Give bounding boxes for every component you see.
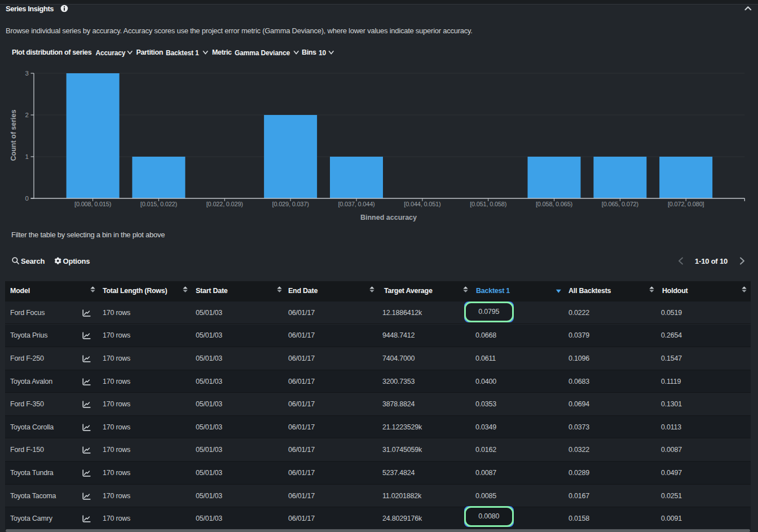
svg-text:Binned accuracy: Binned accuracy [360, 214, 417, 221]
svg-text:Count of series: Count of series [10, 109, 17, 161]
svg-text:[0.072, 0.080]: [0.072, 0.080] [668, 201, 704, 207]
svg-text:1: 1 [25, 153, 29, 160]
svg-text:[0.008, 0.015): [0.008, 0.015) [74, 201, 111, 207]
svg-text:3: 3 [25, 70, 29, 77]
svg-text:[0.022, 0.029): [0.022, 0.029) [206, 201, 243, 207]
svg-text:2: 2 [25, 112, 29, 118]
svg-text:[0.029, 0.037): [0.029, 0.037) [272, 201, 309, 207]
svg-text:[0.051, 0.058): [0.051, 0.058) [470, 201, 506, 207]
svg-text:[0.044, 0.051): [0.044, 0.051) [404, 201, 440, 207]
svg-text:[0.058, 0.065): [0.058, 0.065) [536, 201, 572, 207]
svg-text:[0.037, 0.044): [0.037, 0.044) [338, 201, 374, 207]
svg-text:0: 0 [25, 195, 29, 202]
svg-text:[0.065, 0.072): [0.065, 0.072) [602, 201, 638, 207]
svg-text:[0.015, 0.022): [0.015, 0.022) [140, 201, 177, 207]
